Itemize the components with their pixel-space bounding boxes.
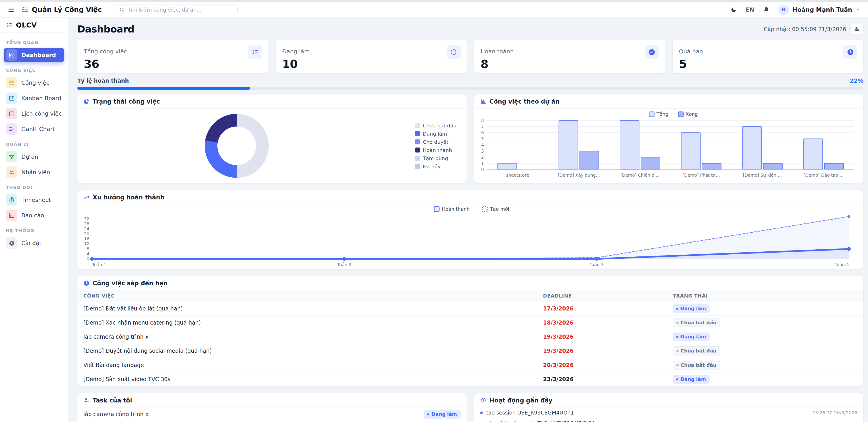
legend-item-hoan-thanh[interactable]: Hoàn thành — [415, 147, 456, 153]
svg-text:3: 3 — [481, 149, 484, 154]
line-chart-svg: 048121620242832Tuần 1Tuần 2Tuần 3Tuần 4H… — [78, 204, 863, 269]
stat-card-qua-han: Quá hạn5 — [673, 39, 864, 73]
card-title: Hoạt động gần đây — [490, 397, 553, 404]
svg-text:Xong: Xong — [686, 111, 698, 117]
svg-text:Tuần 3: Tuần 3 — [589, 262, 604, 267]
task-name: lắp camera công trình x — [83, 411, 149, 418]
legend-item-cho-duyet[interactable]: Chờ duyệt — [415, 139, 456, 145]
table-row[interactable]: [Demo] Đặt vật liệu ốp lát (quá hạn)17/3… — [78, 302, 863, 316]
legend-item-hoan-thanh[interactable]: Hoàn thành — [434, 206, 470, 212]
sidebar-item-label: Timesheet — [21, 197, 51, 203]
status-dot-icon — [427, 413, 429, 415]
line-chart-icon — [6, 49, 17, 61]
table-row[interactable]: [Demo] Duyệt nội dung social media (quá … — [78, 344, 863, 358]
legend-item-xong[interactable]: Xong — [678, 111, 698, 117]
card-title: Công việc sắp đến hạn — [93, 280, 168, 287]
status-label: Đang làm — [680, 377, 706, 382]
status-badge: Đang làm — [673, 332, 709, 341]
table-row[interactable]: [Demo] Sản xuất video TVC 30s23/3/2026Đa… — [78, 372, 863, 386]
status-label: Chưa bắt đầu — [681, 348, 716, 354]
sidebar-item-label: Báo cáo — [21, 212, 44, 219]
status-cell: Chưa bắt đầu — [667, 358, 863, 372]
legend-swatch — [415, 164, 420, 169]
svg-text:6: 6 — [481, 130, 484, 135]
sidebar-item-lich-cong-viec[interactable]: Lịch công việc — [4, 106, 64, 121]
user-menu[interactable]: H Hoàng Mạnh Tuân — [778, 4, 860, 15]
history-icon — [480, 397, 486, 403]
status-cell: Đang làm — [667, 302, 863, 316]
donut-ring — [205, 114, 269, 178]
dark-mode-moon-icon[interactable] — [731, 7, 737, 13]
legend-item-tam-dung[interactable]: Tạm dừng — [415, 155, 456, 161]
svg-text:1: 1 — [481, 161, 484, 166]
page-title: Dashboard — [77, 24, 134, 35]
page-head: Dashboard Cập nhật: 00:55:09 21/3/2026 — [77, 24, 864, 35]
upcoming-tasks-card: Công việc sắp đến hạn CÔNG VIỆCDEADLINET… — [77, 276, 864, 386]
activity-text: cập nhật công việc TAS_4AEK73OMRGVM — [486, 420, 809, 422]
progress-label: Tỷ lệ hoàn thành — [77, 78, 129, 84]
table-row[interactable]: [Demo] Xác nhận menu catering (quá hạn)1… — [78, 316, 863, 330]
svg-text:0: 0 — [481, 167, 484, 172]
topbar-right: EN H Hoàng Mạnh Tuân — [731, 4, 860, 15]
task-name-cell: [Demo] Xác nhận menu catering (quá hạn) — [78, 316, 537, 330]
svg-text:Tuần 4: Tuần 4 — [834, 262, 849, 267]
table-row[interactable]: lắp camera công trình x19/3/2026Đang làm — [78, 330, 863, 344]
legend-item-chua-bat-au[interactable]: Chưa bắt đầu — [415, 123, 456, 128]
table-row[interactable]: Viết Bài đăng fanpage20/3/2026Chưa bắt đ… — [78, 358, 863, 372]
sidebar-section-label: CÔNG VIỆC — [6, 68, 62, 73]
donut-hole — [217, 127, 256, 165]
sidebar-item-label: Dashboard — [21, 52, 56, 58]
sidebar-item-timesheet[interactable]: Timesheet — [4, 193, 64, 207]
svg-text:[Demo] Phát tri...: [Demo] Phát tri... — [682, 173, 720, 177]
donut-chart: Chưa bắt đầuĐang làmChờ duyệtHoàn thànhT… — [78, 108, 467, 183]
my-task-row[interactable]: lắp camera công trình xĐang làm — [78, 408, 467, 421]
legend-item-tong[interactable]: Tổng — [649, 111, 668, 117]
bell-icon[interactable] — [763, 7, 769, 13]
user-name: Hoàng Mạnh Tuân — [793, 6, 852, 13]
dashboard-settings-button[interactable] — [850, 24, 864, 35]
sidebar-item-label: Gantt Chart — [21, 126, 55, 132]
sidebar-item-cai-at[interactable]: Cài đặt — [4, 236, 64, 250]
legend-item-ang-lam[interactable]: Đang làm — [415, 131, 456, 136]
legend-item-a-huy[interactable]: Đã hủy — [415, 164, 456, 169]
stopwatch-icon — [6, 194, 17, 205]
sidebar-item-nhan-vien[interactable]: Nhân viên — [4, 165, 64, 180]
project-bar-card: Công việc theo dự án 012345678sheetstore… — [474, 94, 864, 183]
search-box[interactable] — [115, 4, 238, 15]
legend-swatch — [415, 131, 420, 136]
legend-item-tao-moi[interactable]: Tạo mới — [482, 206, 509, 212]
status-badge: Chưa bắt đầu — [673, 318, 720, 327]
svg-text:4: 4 — [481, 142, 484, 148]
sidebar-item-kanban-board[interactable]: Kanban Board — [4, 91, 64, 105]
search-input[interactable] — [128, 7, 233, 13]
column-header: DEADLINE — [537, 290, 667, 302]
hamburger-menu-icon[interactable] — [8, 6, 14, 13]
svg-text:Tổng: Tổng — [656, 111, 668, 117]
svg-text:7: 7 — [481, 124, 484, 129]
sidebar-item-dashboard[interactable]: Dashboard — [4, 48, 64, 62]
language-toggle[interactable]: EN — [746, 7, 754, 13]
sidebar-item-label: Lịch công việc — [21, 110, 62, 117]
spinner-icon — [446, 45, 461, 59]
status-dot-icon — [676, 308, 678, 310]
column-header: TRẠNG THÁI — [667, 290, 863, 302]
sidebar-logo[interactable]: QLCV — [0, 18, 68, 33]
search-icon — [119, 7, 124, 12]
sidebar-item-gantt-chart[interactable]: Gantt Chart — [4, 122, 64, 136]
status-cell: Chưa bắt đầu — [667, 316, 863, 330]
deadline-cell: 23/3/2026 — [537, 372, 667, 386]
progress-block: Tỷ lệ hoàn thành 22% — [77, 77, 864, 90]
status-badge: Đang làm — [673, 304, 709, 313]
status-badge: Chưa bắt đầu — [673, 361, 720, 370]
avatar: H — [778, 4, 789, 15]
stat-value: 36 — [84, 58, 262, 71]
app-logo-icon — [21, 6, 29, 13]
main-content: Dashboard Cập nhật: 00:55:09 21/3/2026 T… — [68, 18, 868, 422]
clock-icon — [843, 45, 857, 59]
task-name-cell: [Demo] Sản xuất video TVC 30s — [78, 372, 537, 386]
sidebar-item-du-an[interactable]: Dự án — [4, 150, 64, 164]
status-donut-card: Trạng thái công việc Chưa bắt đầuĐang là… — [77, 94, 467, 183]
sidebar-item-bao-cao[interactable]: Báo cáo — [4, 208, 64, 223]
activity-row: tạo session USE_R99CEGM4UOT123:26:30 20/… — [474, 408, 864, 418]
sidebar-item-cong-viec[interactable]: Công việc — [4, 75, 64, 90]
